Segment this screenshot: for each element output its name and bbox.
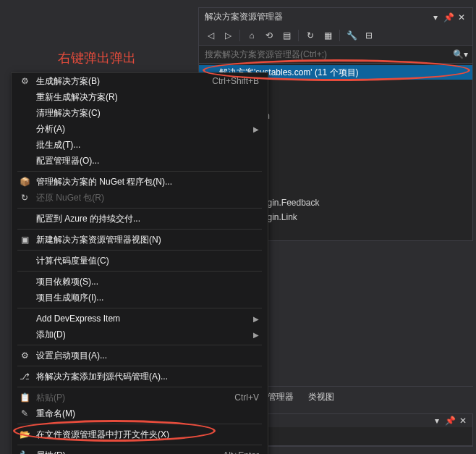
bottom-tab[interactable]: 类视图 <box>305 390 337 405</box>
menu-separator <box>17 387 262 387</box>
menu-separator <box>17 171 262 172</box>
wrench-icon: 🔧 <box>17 450 32 454</box>
submenu-arrow-icon: ▶ <box>253 315 262 323</box>
menu-item: ↻还原 NuGet 包(R) <box>12 190 268 206</box>
blank-icon <box>17 123 32 135</box>
sync-icon[interactable]: ⟲ <box>262 28 276 43</box>
menu-separator <box>17 250 262 251</box>
submenu-arrow-icon: ▶ <box>253 331 262 339</box>
menu-separator <box>17 308 262 308</box>
context-menu: ⚙生成解决方案(B)Ctrl+Shift+B重新生成解决方案(R)清理解决方案(… <box>11 72 268 454</box>
blank-icon <box>17 213 32 224</box>
back-icon[interactable]: ◁ <box>203 28 218 43</box>
blank-icon <box>17 276 32 287</box>
blank-icon <box>17 329 32 340</box>
menu-item-label: Add DevExpress Item <box>36 314 253 324</box>
explorer-titlebar: 解决方案资源管理器 ▾ 📌 ✕ <box>199 8 472 26</box>
menu-item[interactable]: 项目依赖项(S)... <box>12 274 268 290</box>
menu-item-label: 项目依赖项(S)... <box>36 276 262 288</box>
search-input[interactable] <box>203 48 453 61</box>
menu-item[interactable]: ⎇将解决方案添加到源代码管理(A)... <box>12 369 268 384</box>
blank-icon <box>17 155 32 167</box>
menu-item-label: 管理解决方案的 NuGet 程序包(N)... <box>36 176 262 188</box>
refresh-icon[interactable]: ↻ <box>303 28 318 43</box>
menu-item-label: 清理解决方案(C) <box>36 107 262 119</box>
dropdown-icon[interactable]: ▾ <box>430 12 441 22</box>
nuget-icon: 📦 <box>17 176 32 188</box>
explorer-search: 🔍▾ <box>199 46 472 64</box>
menu-item-label: 配置到 Azure 的持续交付... <box>36 213 262 225</box>
menu-item-label: 新建解决方案资源管理器视图(N) <box>36 234 262 246</box>
menu-item-label: 在文件资源管理器中打开文件夹(X) <box>36 429 262 441</box>
menu-separator <box>17 445 262 445</box>
menu-item[interactable]: 重新生成解决方案(R) <box>12 89 268 105</box>
menu-item: 📋粘贴(P)Ctrl+V <box>12 390 268 405</box>
collapse-icon[interactable]: ▤ <box>279 28 294 43</box>
explorer-title: 解决方案资源管理器 <box>205 11 283 23</box>
build-icon: ⚙ <box>17 75 32 87</box>
menu-item[interactable]: ⚙设置启动项目(A)... <box>12 348 268 363</box>
menu-item-label: 将解决方案添加到源代码管理(A)... <box>36 371 262 383</box>
menu-item-label: 属性(R) <box>36 450 223 455</box>
pin-icon[interactable]: 📌 <box>445 416 455 426</box>
restore-icon: ↻ <box>17 192 32 203</box>
menu-item[interactable]: 📦管理解决方案的 NuGet 程序包(N)... <box>12 174 268 190</box>
menu-item-label: 批生成(T)... <box>36 139 262 151</box>
menu-item[interactable]: 项目生成顺序(I)... <box>12 290 268 306</box>
menu-item-label: 分析(A) <box>36 123 253 135</box>
menu-item[interactable]: 📂在文件资源管理器中打开文件夹(X) <box>12 426 268 442</box>
menu-item-label: 还原 NuGet 包(R) <box>36 192 262 204</box>
menu-item-label: 重命名(M) <box>36 408 262 420</box>
showall-icon[interactable]: ▦ <box>320 28 335 43</box>
menu-item[interactable]: 清理解决方案(C) <box>12 105 268 121</box>
menu-item-label: 项目生成顺序(I)... <box>36 292 262 304</box>
menu-item[interactable]: 配置到 Azure 的持续交付... <box>12 211 268 227</box>
menu-item[interactable]: 分析(A)▶ <box>12 121 268 137</box>
menu-item-label: 生成解决方案(B) <box>36 75 212 88</box>
explorer-toolbar: ◁ ▷ ⌂ ⟲ ▤ ↻ ▦ 🔧 ⊟ <box>199 26 472 46</box>
close-icon[interactable]: ✕ <box>458 416 468 426</box>
menu-item-label: 计算代码度量值(C) <box>36 255 262 267</box>
menu-separator <box>17 271 262 272</box>
menu-separator <box>17 229 262 230</box>
search-icon[interactable]: 🔍▾ <box>453 49 468 59</box>
menu-item-label: 添加(D) <box>36 329 253 341</box>
menu-item[interactable]: 添加(D)▶ <box>12 327 268 342</box>
menu-shortcut: Ctrl+Shift+B <box>212 76 262 86</box>
properties-icon[interactable]: 🔧 <box>344 28 359 43</box>
pin-icon[interactable]: 📌 <box>443 12 454 22</box>
close-icon[interactable]: ✕ <box>456 12 467 22</box>
menu-item[interactable]: 计算代码度量值(C) <box>12 253 268 269</box>
blank-icon <box>17 313 32 324</box>
blank-icon <box>17 91 32 103</box>
newview-icon: ▣ <box>17 234 32 245</box>
source-icon: ⎇ <box>17 371 32 382</box>
menu-item-label: 粘贴(P) <box>36 392 234 404</box>
menu-item[interactable]: Add DevExpress Item▶ <box>12 311 268 327</box>
forward-icon[interactable]: ▷ <box>221 28 235 43</box>
menu-separator <box>17 366 262 366</box>
menu-item[interactable]: ▣新建解决方案资源管理器视图(N) <box>12 232 268 248</box>
menu-separator <box>17 424 262 424</box>
menu-separator <box>17 345 262 345</box>
menu-shortcut: Alt+Enter <box>223 450 262 454</box>
blank-icon <box>17 292 32 303</box>
gear-icon: ⚙ <box>17 350 32 361</box>
preview-icon[interactable]: ⊟ <box>362 28 376 43</box>
menu-item[interactable]: ✎重命名(M) <box>12 405 268 421</box>
blank-icon <box>17 107 32 119</box>
menu-separator <box>17 208 262 209</box>
menu-item[interactable]: 配置管理器(O)... <box>12 153 268 169</box>
menu-shortcut: Ctrl+V <box>234 392 262 403</box>
rename-icon: ✎ <box>17 408 32 419</box>
home-icon[interactable]: ⌂ <box>245 28 259 43</box>
menu-item[interactable]: 批生成(T)... <box>12 137 268 153</box>
annotation-text: 右键弹出弹出 <box>58 49 136 67</box>
menu-item-label: 设置启动项目(A)... <box>36 350 262 362</box>
menu-item-label: 配置管理器(O)... <box>36 155 262 167</box>
dropdown-icon[interactable]: ▾ <box>432 416 442 426</box>
folder-icon: 📂 <box>17 429 32 440</box>
menu-item[interactable]: 🔧属性(R)Alt+Enter <box>12 447 268 454</box>
submenu-arrow-icon: ▶ <box>253 125 262 133</box>
menu-item[interactable]: ⚙生成解决方案(B)Ctrl+Shift+B <box>12 73 268 89</box>
